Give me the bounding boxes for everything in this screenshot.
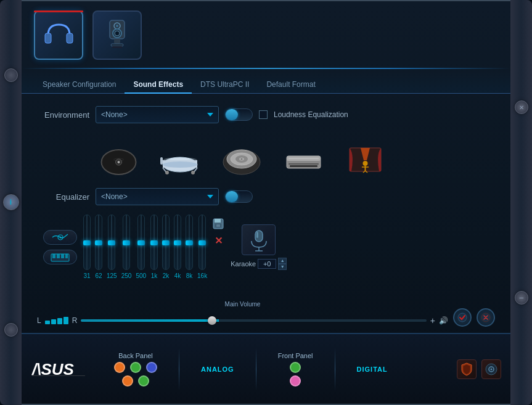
svg-rect-32	[289, 158, 319, 159]
svg-rect-46	[57, 254, 60, 258]
eq-freq-label-2k: 2k	[163, 272, 170, 279]
headphone-device-button[interactable]	[34, 10, 83, 60]
eq-slider-500[interactable]	[137, 215, 145, 270]
theater-icon	[342, 139, 388, 179]
back-port-green-2	[138, 375, 149, 387]
eq-left-buttons	[43, 230, 77, 264]
main-panel: Speaker Configuration Sound Effects DTS …	[22, 0, 510, 405]
volume-section: Main Volume L R + 🔊	[22, 303, 510, 331]
volume-cancel-button[interactable]	[477, 308, 495, 327]
volume-row: L R + 🔊	[37, 314, 448, 327]
front-panel-label: Front Panel	[278, 352, 313, 359]
vol-bar-2	[51, 319, 56, 324]
equalizer-label: Equalizer	[37, 192, 89, 202]
volume-check-button[interactable]	[453, 308, 472, 327]
right-rail-knob-top: ✕	[515, 100, 528, 114]
env-icon-disc[interactable]	[96, 139, 142, 179]
delete-preset-button[interactable]: ✕	[212, 235, 224, 247]
env-icon-scanner[interactable]	[280, 139, 327, 179]
karaoke-down-arrow[interactable]: ▼	[278, 264, 287, 270]
svg-point-6	[115, 31, 120, 36]
floppy-icon	[212, 218, 224, 230]
eq-band-500: 500	[136, 215, 146, 279]
eq-freq-label-1k: 1k	[151, 272, 158, 279]
x-icon[interactable]: ✕	[519, 104, 524, 111]
tab-speaker-configuration[interactable]: Speaker Configuration	[34, 76, 125, 94]
eq-area: 31 62 125	[37, 215, 495, 279]
eq-slider-2k[interactable]	[162, 215, 170, 270]
eq-freq-label-125: 125	[107, 272, 117, 279]
eq-freq-label-8k: 8k	[186, 272, 193, 279]
environment-dropdown-value: <None>	[101, 110, 128, 119]
save-preset-button[interactable]	[212, 218, 224, 232]
eq-slider-16k[interactable]	[198, 215, 206, 270]
piano-button[interactable]	[43, 250, 77, 264]
karaoke-section: Karaoke +0 ▲ ▼	[231, 224, 287, 270]
eq-band-2k: 2k	[162, 215, 170, 279]
main-volume-slider[interactable]	[81, 314, 426, 327]
env-icon-theater[interactable]	[342, 139, 388, 179]
eq-slider-31[interactable]	[83, 215, 91, 270]
eq-slider-4k[interactable]	[174, 215, 181, 270]
back-port-green	[130, 362, 141, 373]
karaoke-controls: Karaoke +0 ▲ ▼	[231, 258, 287, 270]
nav-tabs: Speaker Configuration Sound Effects DTS …	[22, 69, 510, 94]
loudness-checkbox[interactable]	[259, 110, 268, 119]
svg-rect-48	[65, 254, 68, 258]
back-port-orange-2	[122, 375, 133, 387]
content-area: Environment <None> Loudness Equalization	[22, 97, 510, 330]
guitar-button[interactable]	[43, 230, 77, 245]
vol-bar-1	[45, 321, 50, 324]
environment-dropdown[interactable]: <None>	[96, 106, 219, 123]
eq-band-8k: 8k	[186, 215, 193, 279]
vol-bar-3	[57, 318, 62, 324]
eq-band-31: 31	[83, 215, 91, 279]
eq-band-16k: 16k	[197, 215, 207, 279]
separator-3	[335, 348, 335, 391]
karaoke-up-arrow[interactable]: ▲	[278, 258, 287, 264]
analog-label: ANALOG	[201, 366, 234, 373]
environment-toggle-thumb	[226, 109, 238, 120]
tab-sound-effects[interactable]: Sound Effects	[125, 76, 192, 94]
equalizer-dropdown-value: <None>	[101, 192, 128, 201]
settings-button[interactable]	[481, 359, 501, 379]
svg-point-43	[60, 236, 62, 238]
eq-slider-1k[interactable]	[150, 215, 158, 270]
tab-dts-ultrapc[interactable]: DTS UltraPC II	[192, 76, 258, 94]
left-rail-knob-bottom	[4, 323, 18, 337]
eq-slider-250[interactable]	[123, 215, 130, 270]
minus-icon[interactable]: −	[518, 293, 523, 303]
env-icon-turntable[interactable]	[219, 139, 265, 179]
volume-plus-label: +	[430, 316, 435, 325]
tab-default-format[interactable]: Default Format	[258, 76, 324, 94]
shield-button[interactable]	[457, 359, 477, 379]
separator-2	[256, 348, 256, 391]
shield-icon	[460, 362, 473, 376]
equalizer-toggle[interactable]	[225, 190, 253, 203]
eq-slider-125[interactable]	[108, 215, 115, 270]
karaoke-icon-box	[242, 224, 276, 255]
eq-freq-label-62: 62	[95, 272, 102, 279]
disc-icon	[96, 139, 142, 179]
eq-slider-8k[interactable]	[186, 215, 193, 270]
volume-right-buttons	[453, 308, 495, 327]
volume-thumb[interactable]	[208, 316, 216, 325]
speaker-device-button[interactable]	[92, 10, 142, 60]
digital-label: DIGITAL	[357, 366, 388, 373]
env-icon-bathtub[interactable]	[157, 139, 203, 179]
karaoke-spinner[interactable]: ▲ ▼	[278, 258, 287, 270]
eq-freq-label-500: 500	[136, 272, 146, 279]
svg-rect-1	[67, 33, 73, 43]
svg-rect-56	[256, 232, 258, 238]
left-rail: i	[0, 0, 22, 405]
svg-point-21	[165, 171, 169, 174]
equalizer-toggle-thumb	[226, 191, 238, 202]
environment-toggle[interactable]	[225, 108, 253, 121]
front-panel-ports-row2	[290, 375, 301, 387]
header-area	[22, 4, 510, 66]
equalizer-dropdown[interactable]: <None>	[96, 188, 219, 205]
eq-slider-62[interactable]	[95, 215, 102, 270]
volume-label: Main Volume	[225, 301, 261, 308]
guitar-icon	[49, 232, 71, 243]
eq-band-250: 250	[121, 215, 132, 279]
